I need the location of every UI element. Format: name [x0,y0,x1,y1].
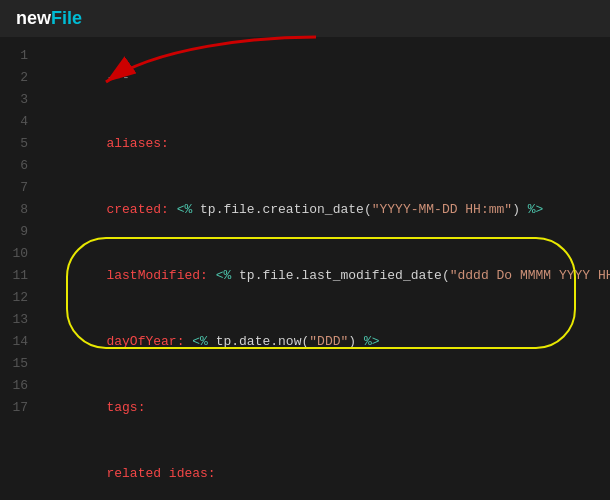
line-num: 15 [8,353,28,375]
line-content: tags: [106,400,145,415]
line-string: "DDD" [309,334,348,349]
code-line: tags: [44,375,610,441]
line-content: aliases: [106,136,168,151]
line-template-start: <% [177,202,193,217]
line-template-start: <% [192,334,208,349]
code-area: 1 2 3 4 5 6 7 8 9 10 11 12 13 14 15 16 1… [0,37,610,500]
editor: newFile 1 2 3 4 5 6 7 8 9 10 11 12 13 14… [0,0,610,500]
code-line: dayOfYear: <% tp.date.now("DDD") %> [44,309,610,375]
title-new: new [16,8,51,28]
code-line: --- [44,45,610,111]
line-num: 5 [8,133,28,155]
title-file: File [51,8,82,28]
line-num: 9 [8,221,28,243]
code-line: aliases: [44,111,610,177]
line-num: 8 [8,199,28,221]
line-num: 17 [8,397,28,419]
line-close: ) [512,202,528,217]
title-bar: newFile [0,0,610,37]
line-num: 14 [8,331,28,353]
line-num: 3 [8,89,28,111]
line-key: dayOfYear: [106,334,192,349]
code-line: related ideas: [44,441,610,500]
line-num: 11 [8,265,28,287]
line-close: ) [348,334,364,349]
code-line: lastModified: <% tp.file.last_modified_d… [44,243,610,309]
line-num: 2 [8,67,28,89]
line-num: 12 [8,287,28,309]
line-numbers: 1 2 3 4 5 6 7 8 9 10 11 12 13 14 15 16 1… [0,45,36,500]
code-line: created: <% tp.file.creation_date("YYYY-… [44,177,610,243]
line-num: 10 [8,243,28,265]
line-num: 4 [8,111,28,133]
line-num: 7 [8,177,28,199]
line-string: "YYYY-MM-DD HH:mm" [372,202,512,217]
line-num: 13 [8,309,28,331]
line-key: lastModified: [106,268,215,283]
line-string: "dddd Do MMMM YYYY HH:mm:ss" [450,268,610,283]
title-text: newFile [16,8,82,29]
line-content: related ideas: [106,466,215,481]
line-template-end: %> [528,202,544,217]
line-template-end: %> [364,334,380,349]
line-num: 1 [8,45,28,67]
line-content: --- [106,70,129,85]
line-num: 16 [8,375,28,397]
line-code: tp.file.last_modified_date( [231,268,449,283]
line-space: tp.file.creation_date( [192,202,371,217]
line-num: 6 [8,155,28,177]
line-template-start: <% [216,268,232,283]
line-key: created: [106,202,176,217]
line-code: tp.date.now( [208,334,309,349]
code-lines: --- aliases: created: <% tp.file.creatio… [36,45,610,500]
